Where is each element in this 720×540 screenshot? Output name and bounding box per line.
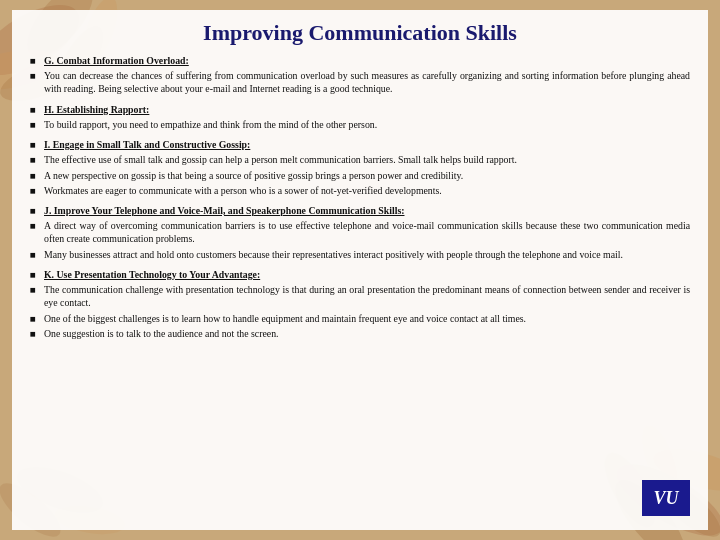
list-item: ■ The communication challenge with prese… xyxy=(30,283,690,309)
bullet-icon: ■ xyxy=(30,312,44,325)
list-item: ■ I. Engage in Small Talk and Constructi… xyxy=(30,138,690,151)
section-h-heading: H. Establishing Rapport: xyxy=(44,103,690,116)
bullet-icon: ■ xyxy=(30,54,44,67)
section-g-heading: G. Combat Information Overload: xyxy=(44,54,690,67)
section-k-heading: K. Use Presentation Technology to Your A… xyxy=(44,268,690,281)
bullet-icon: ■ xyxy=(30,153,44,166)
section-j-heading: J. Improve Your Telephone and Voice-Mail… xyxy=(44,204,690,217)
bullet-icon: ■ xyxy=(30,204,44,217)
list-item: ■ Many businesses attract and hold onto … xyxy=(30,248,690,261)
bullet-icon: ■ xyxy=(30,327,44,340)
list-item: ■ H. Establishing Rapport: xyxy=(30,103,690,116)
content-area: ■ G. Combat Information Overload: ■ You … xyxy=(30,54,690,340)
section-i-text2: A new perspective on gossip is that bein… xyxy=(44,169,690,182)
bullet-icon: ■ xyxy=(30,118,44,131)
section-h-text1: To build rapport, you need to empathize … xyxy=(44,118,690,131)
vu-logo-text: VU xyxy=(642,480,690,516)
list-item: ■ You can decrease the chances of suffer… xyxy=(30,69,690,95)
section-k-text2: One of the biggest challenges is to lear… xyxy=(44,312,690,325)
bullet-icon: ■ xyxy=(30,138,44,151)
bullet-icon: ■ xyxy=(30,169,44,182)
list-item: ■ G. Combat Information Overload: xyxy=(30,54,690,67)
list-item: ■ K. Use Presentation Technology to Your… xyxy=(30,268,690,281)
main-content-area: Improving Communication Skills ■ G. Comb… xyxy=(12,10,708,530)
bullet-icon: ■ xyxy=(30,103,44,116)
bullet-icon: ■ xyxy=(30,219,44,245)
bullet-icon: ■ xyxy=(30,268,44,281)
page-title: Improving Communication Skills xyxy=(30,20,690,46)
section-j-text1: A direct way of overcoming communication… xyxy=(44,219,690,245)
list-item: ■ The effective use of small talk and go… xyxy=(30,153,690,166)
list-item: ■ A new perspective on gossip is that be… xyxy=(30,169,690,182)
list-item: ■ J. Improve Your Telephone and Voice-Ma… xyxy=(30,204,690,217)
section-k-text3: One suggestion is to talk to the audienc… xyxy=(44,327,690,340)
bullet-icon: ■ xyxy=(30,248,44,261)
section-i-text3: Workmates are eager to communicate with … xyxy=(44,184,690,197)
section-g-text1: You can decrease the chances of sufferin… xyxy=(44,69,690,95)
list-item: ■ Workmates are eager to communicate wit… xyxy=(30,184,690,197)
section-i-text1: The effective use of small talk and goss… xyxy=(44,153,690,166)
vu-logo: VU xyxy=(642,480,690,518)
list-item: ■ A direct way of overcoming communicati… xyxy=(30,219,690,245)
section-k-text1: The communication challenge with present… xyxy=(44,283,690,309)
bullet-icon: ■ xyxy=(30,69,44,95)
bullet-icon: ■ xyxy=(30,283,44,309)
section-i-heading: I. Engage in Small Talk and Constructive… xyxy=(44,138,690,151)
list-item: ■ To build rapport, you need to empathiz… xyxy=(30,118,690,131)
section-j-text2: Many businesses attract and hold onto cu… xyxy=(44,248,690,261)
list-item: ■ One suggestion is to talk to the audie… xyxy=(30,327,690,340)
list-item: ■ One of the biggest challenges is to le… xyxy=(30,312,690,325)
bullet-icon: ■ xyxy=(30,184,44,197)
